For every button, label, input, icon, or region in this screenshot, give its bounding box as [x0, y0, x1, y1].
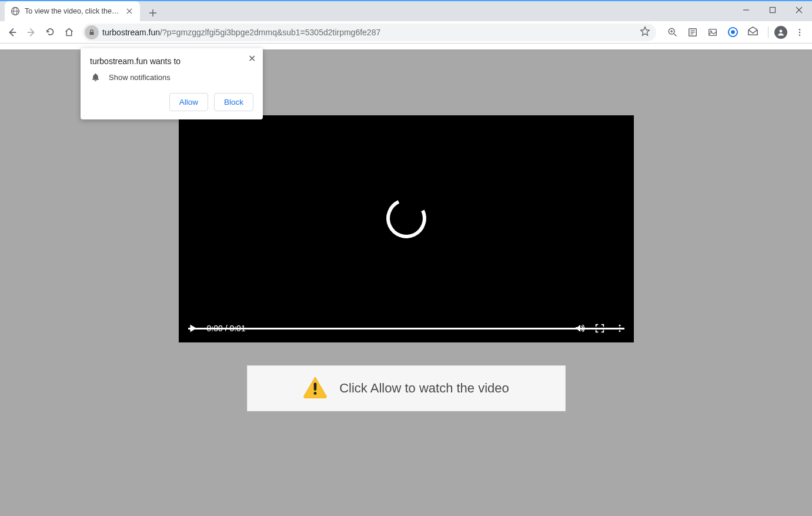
picture-icon[interactable] — [707, 26, 719, 38]
svg-line-15 — [674, 34, 677, 36]
tab-strip: To view the video, click the Allow — [0, 1, 812, 21]
url-path: /?p=gmzggzlfgi5gi3bpge2dmmq&sub1=5305d2t… — [160, 28, 380, 37]
window-controls — [733, 1, 812, 19]
volume-button[interactable] — [574, 322, 586, 334]
svg-point-30 — [619, 325, 620, 327]
bookmark-star-icon[interactable] — [640, 26, 650, 39]
address-bar[interactable]: turbostream.fun/?p=gmzggzlfgi5gi3bpge2dm… — [82, 24, 656, 41]
forward-button[interactable] — [22, 24, 40, 41]
play-button[interactable] — [187, 322, 199, 334]
svg-point-32 — [619, 330, 620, 332]
fullscreen-button[interactable] — [594, 322, 606, 334]
browser-tab[interactable]: To view the video, click the Allow — [5, 1, 140, 21]
site-info-button[interactable] — [85, 25, 99, 39]
svg-point-27 — [799, 28, 801, 30]
prompt-permission-label: Show notifications — [109, 73, 171, 82]
menu-button[interactable] — [791, 24, 808, 41]
extension-icons — [661, 26, 764, 38]
tab-title: To view the video, click the Allow — [25, 7, 120, 15]
new-tab-button[interactable] — [145, 5, 161, 21]
allow-button[interactable]: Allow — [169, 93, 208, 111]
loading-spinner-icon — [380, 192, 432, 244]
svg-point-23 — [710, 30, 712, 32]
svg-point-28 — [799, 31, 801, 33]
news-icon[interactable] — [687, 26, 699, 38]
profile-button[interactable] — [772, 24, 790, 41]
close-window-button[interactable] — [786, 1, 812, 19]
block-button[interactable]: Block — [214, 93, 253, 111]
prompt-close-button[interactable]: ✕ — [248, 53, 256, 64]
target-icon[interactable] — [727, 26, 739, 38]
maximize-button[interactable] — [759, 1, 786, 19]
svg-point-34 — [314, 392, 317, 395]
tab-close-button[interactable] — [125, 6, 134, 16]
mail-icon[interactable] — [747, 26, 758, 38]
zoom-icon[interactable] — [667, 26, 679, 38]
warning-icon — [303, 376, 328, 401]
svg-rect-33 — [314, 382, 317, 390]
back-button[interactable] — [4, 24, 21, 41]
instruction-banner: Click Allow to watch the video — [247, 365, 566, 411]
reload-button[interactable] — [41, 24, 59, 41]
video-menu-button[interactable] — [614, 322, 626, 334]
home-button[interactable] — [60, 24, 78, 41]
notification-permission-prompt: ✕ turbostream.fun wants to Show notifica… — [81, 48, 263, 119]
svg-point-26 — [780, 29, 783, 32]
svg-point-29 — [799, 34, 801, 36]
bell-icon — [90, 72, 101, 82]
url-domain: turbostream.fun — [102, 28, 160, 37]
minimize-button[interactable] — [733, 1, 759, 19]
avatar-icon — [774, 26, 787, 39]
browser-toolbar: turbostream.fun/?p=gmzggzlfgi5gi3bpge2dm… — [0, 21, 812, 44]
globe-icon — [11, 6, 20, 16]
video-controls: 0:00 / 0:01 — [179, 314, 634, 342]
video-player[interactable]: 0:00 / 0:01 — [179, 115, 634, 342]
svg-rect-1 — [770, 8, 775, 13]
svg-point-25 — [731, 30, 735, 34]
url-text: turbostream.fun/?p=gmzggzlfgi5gi3bpge2dm… — [102, 28, 636, 37]
video-time: 0:00 / 0:01 — [207, 324, 246, 333]
prompt-title: turbostream.fun wants to — [90, 56, 253, 66]
banner-text: Click Allow to watch the video — [339, 381, 509, 396]
svg-point-31 — [619, 328, 620, 329]
toolbar-divider — [768, 26, 768, 38]
svg-rect-13 — [90, 32, 94, 35]
